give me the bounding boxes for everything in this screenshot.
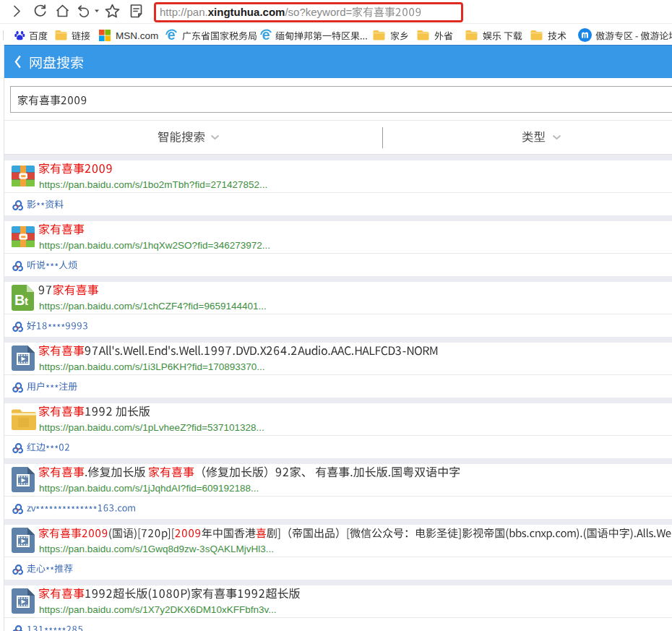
svg-text:t: t bbox=[25, 295, 28, 307]
svg-text:B: B bbox=[14, 292, 25, 308]
